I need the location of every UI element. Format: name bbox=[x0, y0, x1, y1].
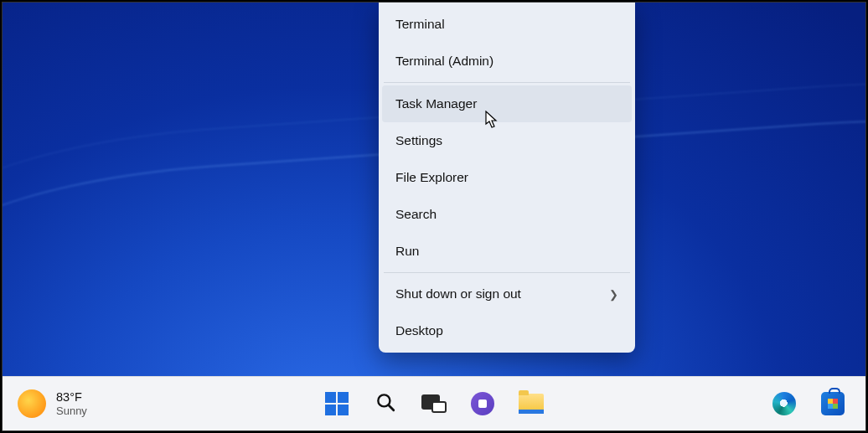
chevron-right-icon: ❯ bbox=[609, 288, 618, 301]
store-icon bbox=[821, 392, 845, 415]
start-button[interactable] bbox=[319, 386, 354, 421]
weather-temp: 83°F bbox=[56, 390, 87, 405]
task-view-icon bbox=[421, 394, 447, 413]
menu-item-settings[interactable]: Settings bbox=[382, 122, 632, 159]
menu-item-label: File Explorer bbox=[395, 170, 468, 185]
taskbar-right bbox=[767, 386, 865, 421]
menu-separator bbox=[384, 82, 630, 83]
menu-item-label: Task Manager bbox=[395, 96, 477, 111]
chat-icon bbox=[471, 392, 494, 415]
svg-line-1 bbox=[389, 405, 394, 410]
taskbar-center bbox=[319, 386, 549, 421]
chat-button[interactable] bbox=[465, 386, 500, 421]
menu-item-task-manager[interactable]: Task Manager bbox=[382, 85, 632, 122]
search-button[interactable] bbox=[368, 386, 403, 421]
windows-logo-icon bbox=[325, 392, 349, 415]
menu-item-label: Shut down or sign out bbox=[395, 286, 521, 302]
menu-item-label: Settings bbox=[395, 133, 442, 148]
edge-button[interactable] bbox=[767, 386, 802, 421]
menu-item-label: Terminal bbox=[395, 17, 445, 32]
menu-item-desktop[interactable]: Desktop bbox=[382, 312, 632, 349]
search-icon bbox=[375, 391, 396, 416]
winx-context-menu: TerminalTerminal (Admin)Task ManagerSett… bbox=[379, 3, 635, 353]
folder-icon bbox=[519, 394, 544, 414]
menu-item-label: Terminal (Admin) bbox=[395, 54, 493, 69]
desktop-wallpaper[interactable]: TerminalTerminal (Admin)Task ManagerSett… bbox=[3, 3, 865, 376]
file-explorer-button[interactable] bbox=[514, 386, 549, 421]
menu-item-search[interactable]: Search bbox=[382, 196, 632, 233]
menu-item-run[interactable]: Run bbox=[382, 233, 632, 270]
menu-item-terminal-admin[interactable]: Terminal (Admin) bbox=[382, 43, 632, 80]
menu-item-label: Desktop bbox=[395, 323, 443, 338]
menu-separator bbox=[384, 272, 630, 273]
menu-item-file-explorer[interactable]: File Explorer bbox=[382, 159, 632, 196]
menu-item-terminal[interactable]: Terminal bbox=[382, 6, 632, 43]
microsoft-store-button[interactable] bbox=[815, 386, 850, 421]
menu-item-label: Search bbox=[395, 207, 437, 222]
menu-item-label: Run bbox=[395, 244, 419, 259]
edge-icon bbox=[772, 392, 796, 415]
menu-item-shut-down-or-sign-out[interactable]: Shut down or sign out❯ bbox=[382, 276, 632, 312]
task-view-button[interactable] bbox=[416, 386, 452, 421]
weather-condition: Sunny bbox=[56, 405, 87, 418]
taskbar: 83°F Sunny bbox=[3, 376, 865, 430]
sun-icon bbox=[18, 389, 46, 418]
weather-widget[interactable]: 83°F Sunny bbox=[3, 389, 87, 418]
